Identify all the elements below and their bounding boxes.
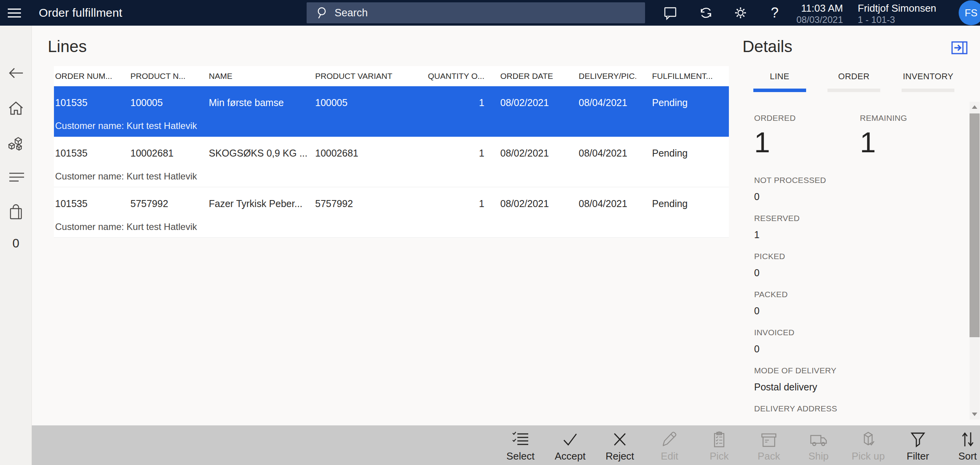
details-tabs: LINE ORDER INVENTORY (742, 71, 965, 92)
time-text: 11:03 AM (776, 2, 843, 14)
table-row[interactable]: 101535 100005 Min første bamse 100005 1 … (54, 86, 729, 137)
details-title: Details (742, 37, 792, 56)
top-bar: Order fulfillment (0, 0, 980, 26)
field-value: 0 (754, 267, 966, 280)
left-sidebar: 0 (0, 26, 32, 465)
customer-name-line: Customer name: Kurt test Hatlevik (55, 171, 197, 182)
fulfillment-status-cell: Pending (636, 198, 729, 209)
select-button[interactable]: Select (496, 425, 545, 465)
date-text: 08/03/2021 (776, 14, 843, 25)
pack-button[interactable]: Pack (744, 425, 794, 465)
col-product-variant[interactable]: PRODUCT VARIANT (315, 71, 421, 81)
search-box[interactable] (307, 2, 645, 23)
reject-button[interactable]: Reject (595, 425, 645, 465)
accept-button[interactable]: Accept (545, 425, 595, 465)
order-fulfillment-app: Order fulfillment (0, 0, 980, 465)
settings-gear-icon[interactable] (732, 5, 749, 21)
scroll-up-icon[interactable] (972, 105, 977, 109)
col-delivery-date[interactable]: DELIVERY/PIC... (563, 71, 636, 81)
col-product-number[interactable]: PRODUCT N... (130, 71, 209, 81)
avatar[interactable]: FS (959, 0, 980, 25)
user-name: Fridtjof Simonsen (858, 2, 947, 14)
multiselect-list-icon (511, 431, 530, 448)
quantity-cell: 1 (421, 97, 484, 108)
tab-underline (827, 89, 880, 92)
invoiced-field: INVOICED 0 (754, 328, 966, 356)
tab-inventory[interactable]: INVENTORY (891, 71, 965, 92)
field-label: NOT PROCESSED (754, 176, 966, 185)
clock: 11:03 AM 08/03/2021 (776, 2, 843, 25)
order-number-cell: 101535 (54, 148, 130, 159)
search-input[interactable] (335, 7, 639, 19)
package-check-icon (859, 431, 878, 448)
col-order-date[interactable]: ORDER DATE (484, 71, 563, 81)
delivery-date-cell: 08/04/2021 (563, 97, 636, 108)
table-row[interactable]: 101535 10002681 SKOGSØKS 0,9 KG ... 1000… (54, 137, 729, 187)
table-row[interactable]: 101535 5757992 Fazer Tyrkisk Peber... 57… (54, 187, 729, 238)
pick-button[interactable]: Pick (694, 425, 744, 465)
edit-button[interactable]: Edit (645, 425, 694, 465)
order-date-cell: 08/02/2021 (484, 97, 563, 108)
hamburger-menu-icon[interactable] (8, 5, 26, 21)
field-label: PACKED (754, 290, 966, 299)
lines-title: Lines (48, 37, 87, 56)
fulfillment-status-cell: Pending (636, 97, 729, 108)
ship-button[interactable]: Ship (794, 425, 843, 465)
product-number-cell: 100005 (130, 97, 209, 108)
field-label: REMAINING (860, 113, 966, 123)
scrollbar-thumb[interactable] (970, 113, 980, 337)
product-name-cell: Fazer Tyrkisk Peber... (209, 198, 315, 209)
shopping-bag-icon[interactable] (0, 200, 32, 224)
not-processed-field: NOT PROCESSED 0 (754, 176, 966, 204)
field-value: 0 (754, 305, 966, 318)
cart-count-badge: 0 (0, 236, 32, 251)
field-value: 1 (860, 128, 966, 157)
product-variant-cell: 100005 (315, 97, 421, 108)
product-variant-cell: 5757992 (315, 198, 421, 209)
customer-name-line: Customer name: Kurt test Hatlevik (55, 221, 197, 232)
order-number-cell: 101535 (54, 97, 130, 108)
pickup-button[interactable]: Pick up (843, 425, 893, 465)
funnel-icon (909, 431, 927, 448)
tab-order[interactable]: ORDER (817, 71, 891, 92)
collapse-panel-icon[interactable] (951, 40, 969, 56)
field-label: MODE OF DELIVERY (754, 366, 966, 375)
pencil-icon (660, 431, 679, 448)
check-icon (561, 431, 579, 448)
packed-field: PACKED 0 (754, 290, 966, 318)
col-order-number[interactable]: ORDER NUM... (54, 71, 130, 81)
details-scrollbar[interactable] (970, 102, 980, 420)
delivery-date-cell: 08/04/2021 (563, 198, 636, 209)
sort-button[interactable]: Sort (943, 425, 980, 465)
col-name[interactable]: NAME (209, 71, 315, 81)
home-icon[interactable] (0, 96, 32, 120)
tab-underline (902, 89, 954, 92)
search-icon (316, 6, 329, 19)
field-value: 1 (754, 229, 966, 242)
quantity-cell: 1 (421, 148, 484, 159)
back-arrow-icon[interactable] (0, 61, 32, 85)
product-variant-cell: 10002681 (315, 148, 421, 159)
filter-button[interactable]: Filter (893, 425, 943, 465)
order-date-cell: 08/02/2021 (484, 198, 563, 209)
register-id: 1 - 101-3 (858, 14, 947, 25)
delivery-address-field: DELIVERY ADDRESS (754, 404, 966, 425)
quantity-summary: ORDERED 1 REMAINING 1 (754, 113, 966, 157)
field-value: Postal delivery (754, 381, 966, 394)
field-label: PICKED (754, 252, 966, 261)
feedback-chat-icon[interactable] (662, 5, 679, 21)
order-number-cell: 101535 (54, 198, 130, 209)
col-quantity[interactable]: QUANTITY O... (421, 71, 484, 81)
product-name-cell: SKOGSØKS 0,9 KG ... (209, 148, 315, 159)
product-number-cell: 5757992 (130, 198, 209, 209)
lines-list-icon[interactable] (0, 165, 32, 189)
col-fulfillment-status[interactable]: FULFILLMENT... (636, 71, 729, 81)
box-icon (760, 431, 778, 448)
tab-underline (753, 89, 806, 92)
tab-line[interactable]: LINE (742, 71, 817, 92)
products-cubes-icon[interactable] (0, 131, 32, 155)
scroll-down-icon[interactable] (972, 413, 977, 416)
field-label: INVOICED (754, 328, 966, 337)
sync-icon[interactable] (697, 5, 715, 21)
product-name-cell: Min første bamse (209, 97, 315, 108)
